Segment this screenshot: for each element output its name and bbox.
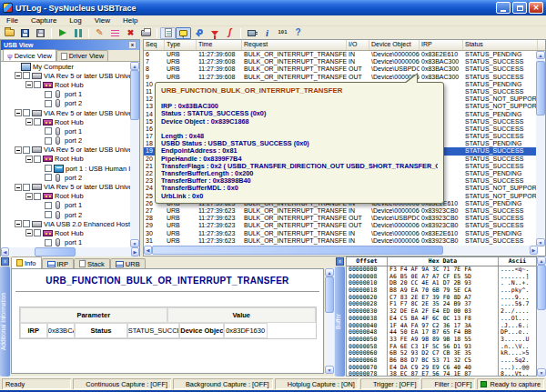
minimize-button[interactable] xyxy=(496,2,511,14)
trace-row[interactable]: 8 URB 11:27:39:608 BULK_OR_INTERRUPT_TRA… xyxy=(144,65,538,73)
col-request[interactable]: Request xyxy=(242,40,347,50)
col-type[interactable]: Type xyxy=(165,40,197,50)
filter-icon[interactable] xyxy=(207,27,222,39)
tree-checkbox[interactable] xyxy=(45,127,52,135)
menu-item[interactable]: Log xyxy=(63,15,87,25)
col-io[interactable]: I/O xyxy=(347,40,369,50)
scroll-left-icon[interactable]: ◀ xyxy=(144,246,152,255)
start-capture-icon[interactable] xyxy=(55,27,70,39)
menu-item[interactable]: File xyxy=(0,15,25,25)
hex-vertical-scrollbar[interactable]: ▲ ▼ xyxy=(537,256,546,377)
collapse-icon[interactable] xyxy=(25,118,33,126)
scroll-left-icon[interactable]: ◀ xyxy=(1,247,9,256)
tree-item[interactable]: VIA Rev 5 or later USB Universal Host C xyxy=(1,71,130,80)
close-button[interactable]: ✕ xyxy=(529,2,543,14)
tree-checkbox[interactable] xyxy=(23,146,30,154)
tree-item[interactable]: VIA Rev 5 or later USB Universal Host C xyxy=(1,182,130,191)
clear-log-icon[interactable]: ✖ xyxy=(123,27,138,39)
pin-icon[interactable]: ✎ xyxy=(92,27,107,39)
col-time[interactable]: Time xyxy=(197,40,242,50)
collapse-icon[interactable] xyxy=(15,72,22,79)
tab-device-view[interactable]: ψ Device View xyxy=(3,49,56,61)
binary-view-icon[interactable]: 101 xyxy=(275,27,290,39)
collapse-icon[interactable] xyxy=(15,109,22,116)
trace-row[interactable]: 27 URB 11:27:39:623 BULK_OR_INTERRUPT_TR… xyxy=(144,207,538,215)
panel-close-icon[interactable]: x xyxy=(1,257,9,266)
tree-checkbox[interactable] xyxy=(23,109,30,116)
help-icon[interactable]: ? xyxy=(290,27,306,39)
info-tab[interactable]: Stack xyxy=(74,258,110,268)
trace-horizontal-scrollbar[interactable]: ◀ ▶ xyxy=(144,246,538,255)
col-status[interactable]: Status xyxy=(463,40,538,50)
trace-row[interactable]: 31 URB 11:27:39:623 BULK_OR_INTERRUPT_TR… xyxy=(144,237,538,245)
tree-item[interactable]: port 1 xyxy=(1,90,130,99)
tree-checkbox[interactable] xyxy=(34,118,41,126)
tree-item[interactable]: port 2 xyxy=(1,99,130,108)
trace-row[interactable]: 29 URB 11:27:39:623 BULK_OR_INTERRUPT_TR… xyxy=(144,222,538,229)
scroll-up-icon[interactable]: ▲ xyxy=(130,62,139,70)
tree-checkbox[interactable] xyxy=(23,72,30,79)
hotplug-capture-icon[interactable] xyxy=(244,27,259,39)
trace-row[interactable]: 7 URB 11:27:39:608 BULK_OR_INTERRUPT_TRA… xyxy=(144,58,538,65)
tree-item[interactable]: port 1 xyxy=(1,238,130,247)
tree-item[interactable]: port 2 xyxy=(1,173,130,182)
tree-checkbox[interactable] xyxy=(23,184,30,191)
collapse-icon[interactable] xyxy=(25,193,33,200)
tree-item[interactable]: port 1 : USB Human Interface D xyxy=(1,164,130,173)
scroll-down-icon[interactable]: ▼ xyxy=(325,366,334,374)
tree-checkbox[interactable] xyxy=(45,174,52,181)
tree-item[interactable]: Root Hub xyxy=(1,192,130,201)
maximize-button[interactable] xyxy=(512,2,527,14)
tree-checkbox[interactable] xyxy=(34,81,41,88)
trigger-icon[interactable]: ʃ xyxy=(222,27,238,39)
tree-checkbox[interactable] xyxy=(34,229,41,236)
collapse-icon[interactable] xyxy=(25,156,33,163)
col-irp[interactable]: IRP xyxy=(420,40,463,50)
tree-item[interactable]: My Computer xyxy=(1,62,130,71)
tree-checkbox[interactable] xyxy=(45,202,52,209)
device-info-icon[interactable]: i xyxy=(259,27,275,39)
tree-item[interactable]: VIA Rev 5 or later USB Universal Host C xyxy=(1,108,130,117)
collapse-icon[interactable] xyxy=(15,146,22,154)
scroll-up-icon[interactable]: ▲ xyxy=(537,256,546,265)
scroll-up-icon[interactable]: ▲ xyxy=(536,51,545,59)
tree-vertical-scrollbar[interactable]: ▲ ▼ xyxy=(130,62,139,247)
trace-vertical-scrollbar[interactable]: ▲ ▼ xyxy=(536,51,545,246)
scroll-down-icon[interactable]: ▼ xyxy=(537,368,546,377)
tree-horizontal-scrollbar[interactable]: ◀ ▶ xyxy=(1,247,139,256)
tree-item[interactable]: Root Hub xyxy=(1,117,130,126)
scroll-up-icon[interactable]: ▲ xyxy=(325,268,334,276)
col-seq[interactable]: Seq xyxy=(144,40,165,50)
tree-item[interactable]: port 2 xyxy=(1,136,130,146)
pause-capture-icon[interactable] xyxy=(70,27,86,39)
menu-item[interactable]: Help xyxy=(116,15,144,25)
tree-item[interactable]: Root Hub xyxy=(1,155,130,164)
tree-checkbox[interactable] xyxy=(34,193,41,200)
trace-row[interactable]: 9 URB 11:27:39:608 BULK_OR_INTERRUPT_TRA… xyxy=(144,74,538,81)
tree-checkbox[interactable] xyxy=(45,91,52,98)
tree-checkbox[interactable] xyxy=(45,211,52,218)
menu-item[interactable]: View xyxy=(88,15,116,25)
info-tab[interactable]: Info xyxy=(11,256,42,268)
trace-row[interactable]: 30 URB 11:27:39:623 BULK_OR_INTERRUPT_TR… xyxy=(144,230,538,237)
tooltip-toggle-icon[interactable] xyxy=(176,27,191,39)
info-tab[interactable]: IRP xyxy=(42,258,75,268)
tree-item[interactable]: VIA USB 2.0 Enhanced Host Controller xyxy=(1,219,130,228)
open-file-icon[interactable] xyxy=(2,27,17,39)
trace-row[interactable]: 28 URB 11:27:39:623 BULK_OR_INTERRUPT_TR… xyxy=(144,215,538,222)
tree-item[interactable]: Root Hub xyxy=(1,80,130,89)
tree-checkbox[interactable] xyxy=(45,165,52,172)
scroll-right-icon[interactable]: ▶ xyxy=(530,246,538,255)
trace-row[interactable]: 6 URB 11:27:39:608 BULK_OR_INTERRUPT_TRA… xyxy=(144,51,538,58)
scroll-right-icon[interactable]: ▶ xyxy=(131,247,139,256)
tree-item[interactable]: port 2 xyxy=(1,210,130,219)
search-icon[interactable] xyxy=(191,27,207,39)
col-device-object[interactable]: Device Object xyxy=(369,40,420,50)
tree-item[interactable]: port 1 xyxy=(1,201,130,210)
print-icon[interactable] xyxy=(138,27,154,39)
collapse-icon[interactable] xyxy=(15,220,22,227)
tree-item[interactable]: VIA Rev 5 or later USB Universal Host C xyxy=(1,146,130,155)
scroll-down-icon[interactable]: ▼ xyxy=(130,239,139,247)
collapse-icon[interactable] xyxy=(25,81,33,88)
tree-item[interactable]: port 1 xyxy=(1,126,130,136)
